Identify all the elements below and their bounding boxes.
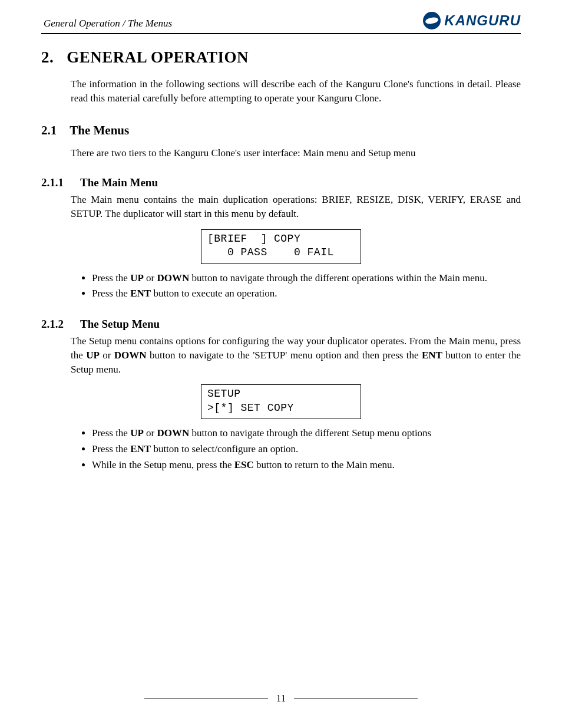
key-label-down: DOWN <box>157 272 190 284</box>
text-fragment: button to navigate through the different… <box>189 272 487 284</box>
brand-logo-text: KANGURU <box>444 12 521 29</box>
heading-1-text: GENERAL OPERATION <box>67 48 249 66</box>
lcd-line-2: >[*] SET COPY <box>207 402 294 414</box>
bullets-2-1-2: Press the UP or DOWN button to navigate … <box>80 426 521 472</box>
header-breadcrumb: General Operation / The Menus <box>41 18 172 29</box>
footer-rule-left <box>144 699 268 699</box>
heading-1-number: 2. <box>41 48 54 66</box>
heading-2-1-2-number: 2.1.2 <box>41 318 64 330</box>
text-fragment: button to navigate through the different… <box>189 427 431 439</box>
text-fragment: button to return to the Main menu. <box>254 459 395 470</box>
text-fragment: button to select/configure an option. <box>151 443 298 454</box>
heading-2-1-text: The Menus <box>70 123 129 137</box>
list-item: Press the UP or DOWN button to navigate … <box>92 426 521 441</box>
key-label-up: UP <box>86 350 100 361</box>
text-fragment: or <box>144 427 157 439</box>
text-fragment: While in the Setup menu, press the <box>92 459 234 470</box>
key-label-esc: ESC <box>234 459 254 470</box>
heading-2-1: 2.1The Menus <box>41 123 521 138</box>
key-label-ent: ENT <box>130 443 151 454</box>
page: General Operation / The Menus KANGURU 2.… <box>0 0 562 728</box>
header-divider <box>41 33 521 34</box>
key-label-up: UP <box>130 272 144 284</box>
key-label-ent: ENT <box>422 350 442 361</box>
page-number: 11 <box>276 693 286 704</box>
text-fragment: Press the <box>92 443 130 454</box>
footer-rule-right <box>294 699 418 699</box>
lcd-line-2: 0 PASS 0 FAIL <box>207 246 334 258</box>
lcd-line-1: [BRIEF ] COPY <box>207 233 300 245</box>
text-fragment: button to navigate to the 'SETUP' menu o… <box>147 350 422 361</box>
text-fragment: Press the <box>92 288 130 299</box>
page-header: General Operation / The Menus KANGURU <box>41 12 521 31</box>
heading-1: 2.GENERAL OPERATION <box>41 48 521 67</box>
heading-2-1-2-text: The Setup Menu <box>80 318 160 330</box>
text-fragment: or <box>144 272 157 284</box>
heading-2-1-1-text: The Main Menu <box>80 176 158 189</box>
key-label-up: UP <box>130 427 144 439</box>
page-footer: 11 <box>41 693 521 704</box>
heading-2-1-number: 2.1 <box>41 123 57 137</box>
bullets-2-1-1: Press the UP or DOWN button to navigate … <box>80 271 521 301</box>
heading-2-1-2: 2.1.2The Setup Menu <box>41 318 521 331</box>
lcd-display-setup-menu: SETUP >[*] SET COPY <box>201 384 361 419</box>
lcd-line-1: SETUP <box>207 388 241 400</box>
key-label-down: DOWN <box>157 427 190 439</box>
heading-2-1-1: 2.1.1The Main Menu <box>41 176 521 189</box>
intro-paragraph: The information in the following section… <box>71 77 521 106</box>
text-fragment: button to execute an operation. <box>151 288 277 299</box>
heading-2-1-1-number: 2.1.1 <box>41 176 64 189</box>
text-fragment: Press the <box>92 427 130 439</box>
key-label-down: DOWN <box>114 350 147 361</box>
paragraph-2-1-2: The Setup menu contains options for conf… <box>71 334 521 376</box>
brand-logo-icon <box>423 12 441 29</box>
text-fragment: or <box>100 350 114 361</box>
key-label-ent: ENT <box>130 288 151 299</box>
lcd-display-main-menu: [BRIEF ] COPY 0 PASS 0 FAIL <box>201 229 361 264</box>
list-item: Press the ENT button to execute an opera… <box>92 286 521 301</box>
list-item: Press the UP or DOWN button to navigate … <box>92 271 521 286</box>
paragraph-2-1: There are two tiers to the Kanguru Clone… <box>71 146 521 160</box>
paragraph-2-1-1: The Main menu contains the main duplicat… <box>71 193 521 221</box>
list-item: While in the Setup menu, press the ESC b… <box>92 458 521 473</box>
list-item: Press the ENT button to select/configure… <box>92 442 521 457</box>
brand-logo: KANGURU <box>423 12 521 29</box>
text-fragment: Press the <box>92 272 130 284</box>
